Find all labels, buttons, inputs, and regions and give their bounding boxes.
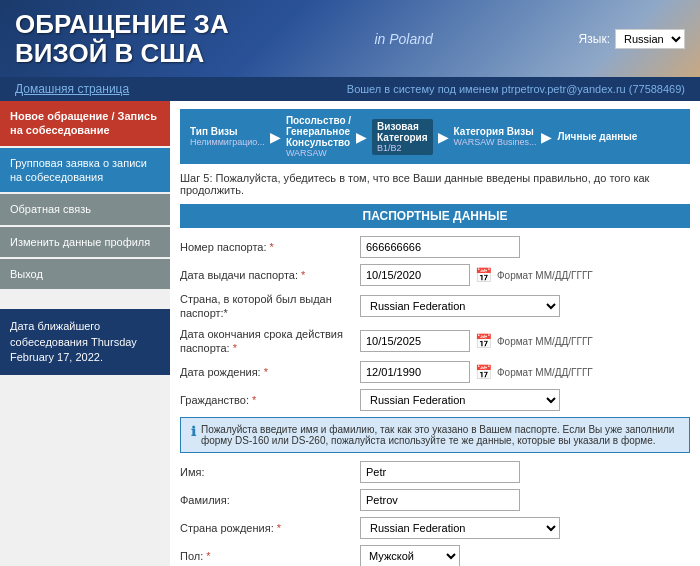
- steps-breadcrumb: Тип Визы Нелиммиграцио... ▶ Посольство /…: [180, 109, 690, 164]
- issue-date-format: Формат ММ/ДД/ГГГГ: [497, 270, 593, 281]
- expiry-date-calendar-icon[interactable]: 📅: [475, 333, 492, 349]
- logout-button[interactable]: Выход: [0, 259, 170, 289]
- passport-number-row: Номер паспорта: *: [180, 236, 690, 258]
- dob-input[interactable]: [360, 361, 470, 383]
- last-name-label: Фамилия:: [180, 493, 360, 507]
- user-prefix: Вошел в систему под именем: [347, 83, 499, 95]
- expiry-date-format: Формат ММ/ДД/ГГГГ: [497, 336, 593, 347]
- home-link[interactable]: Домашняя страница: [15, 82, 129, 96]
- country-issued-row: Страна, в которой был выдан паспорт:* Ru…: [180, 292, 690, 321]
- gender-label: Пол: *: [180, 549, 360, 563]
- passport-number-input[interactable]: [360, 236, 520, 258]
- expiry-date-label: Дата окончания срока действия паспорта: …: [180, 327, 360, 356]
- issue-date-field-group: 📅 Формат ММ/ДД/ГГГГ: [360, 264, 690, 286]
- issue-date-input[interactable]: [360, 264, 470, 286]
- step-embassy-label2: Генеральное: [286, 126, 350, 137]
- first-name-input[interactable]: [360, 461, 520, 483]
- language-selector-area: Язык: Russian English: [579, 29, 685, 49]
- first-name-row: Имя:: [180, 461, 690, 483]
- lang-label: Язык:: [579, 32, 610, 46]
- country-issued-label: Страна, в которой был выдан паспорт:*: [180, 292, 360, 321]
- language-select[interactable]: Russian English: [615, 29, 685, 49]
- gender-row: Пол: * Мужской Женский: [180, 545, 690, 566]
- step-embassy-sub: WARSAW: [286, 148, 327, 158]
- birth-country-row: Страна рождения: * Russian Federation Un…: [180, 517, 690, 539]
- step-visa-cat-sub: B1/B2: [377, 143, 402, 153]
- step-visa-category: Визовая Категория B1/B2: [372, 119, 432, 155]
- expiry-date-field-group: 📅 Формат ММ/ДД/ГГГГ: [360, 330, 690, 352]
- issue-date-label: Дата выдачи паспорта: *: [180, 268, 360, 282]
- step-visa-type-label: Тип Визы: [190, 126, 238, 137]
- step-category-visa: Категория Визы WARSAW Busines...: [454, 126, 537, 147]
- citizenship-select[interactable]: Russian Federation United States Poland: [360, 389, 560, 411]
- expiry-date-row: Дата окончания срока действия паспорта: …: [180, 327, 690, 356]
- first-name-label: Имя:: [180, 465, 360, 479]
- feedback-button[interactable]: Обратная связь: [0, 194, 170, 224]
- passport-section-title: ПАСПОРТНЫЕ ДАННЫЕ: [180, 204, 690, 228]
- step-embassy: Посольство / Генеральное Консульство WAR…: [286, 115, 351, 158]
- step-visa-cat-label2: Категория: [377, 132, 427, 143]
- step-visa-type: Тип Визы Нелиммиграцио...: [190, 126, 265, 147]
- birth-country-select[interactable]: Russian Federation United States Poland: [360, 517, 560, 539]
- main-content: Тип Визы Нелиммиграцио... ▶ Посольство /…: [170, 101, 700, 566]
- dob-row: Дата рождения: * 📅 Формат ММ/ДД/ГГГГ: [180, 361, 690, 383]
- issue-date-calendar-icon[interactable]: 📅: [475, 267, 492, 283]
- header-subtitle: in Poland: [374, 31, 432, 47]
- country-issued-select[interactable]: Russian Federation United States Poland: [360, 295, 560, 317]
- step-arrow-1: ▶: [270, 129, 281, 145]
- appointment-info: Дата ближайшего собеседования Thursday F…: [0, 309, 170, 375]
- step-embassy-label3: Консульство: [286, 137, 350, 148]
- last-name-input[interactable]: [360, 489, 520, 511]
- group-application-button[interactable]: Групповая заявка о записи на собеседован…: [0, 148, 170, 193]
- passport-form: Номер паспорта: * Дата выдачи паспорта: …: [180, 236, 690, 411]
- dob-calendar-icon[interactable]: 📅: [475, 364, 492, 380]
- step-description: Шаг 5: Пожалуйста, убедитесь в том, что …: [180, 172, 690, 196]
- step-arrow-3: ▶: [438, 129, 449, 145]
- birth-country-label: Страна рождения: *: [180, 521, 360, 535]
- step-arrow-2: ▶: [356, 129, 367, 145]
- main-layout: Новое обращение / Запись на собеседовани…: [0, 101, 700, 566]
- name-form: Имя: Фамилия: Страна рождения: * Russian…: [180, 461, 690, 566]
- step-cat-visa-sub: WARSAW Busines...: [454, 137, 537, 147]
- page-title: ОБРАЩЕНИЕ ЗА ВИЗОЙ В США: [15, 10, 229, 67]
- new-application-button[interactable]: Новое обращение / Запись на собеседовани…: [0, 101, 170, 146]
- page-header: ОБРАЩЕНИЕ ЗА ВИЗОЙ В США in Poland Язык:…: [0, 0, 700, 77]
- step-personal-label: Личные данные: [557, 131, 637, 142]
- step-embassy-label: Посольство /: [286, 115, 351, 126]
- passport-number-label: Номер паспорта: *: [180, 240, 360, 254]
- dob-field-group: 📅 Формат ММ/ДД/ГГГГ: [360, 361, 690, 383]
- passport-info-box: ℹ Пожалуйста введите имя и фамилию, так …: [180, 417, 690, 453]
- user-info: Вошел в систему под именем ptrpetrov.pet…: [347, 83, 685, 95]
- sidebar: Новое обращение / Запись на собеседовани…: [0, 101, 170, 566]
- step-visa-cat-label: Визовая: [377, 121, 419, 132]
- citizenship-label: Гражданство: *: [180, 393, 360, 407]
- last-name-row: Фамилия:: [180, 489, 690, 511]
- step-cat-visa-label: Категория Визы: [454, 126, 534, 137]
- navbar: Домашняя страница Вошел в систему под им…: [0, 77, 700, 101]
- gender-select[interactable]: Мужской Женский: [360, 545, 460, 566]
- citizenship-row: Гражданство: * Russian Federation United…: [180, 389, 690, 411]
- user-email: ptrpetrov.petr@yandex.ru (77588469): [502, 83, 685, 95]
- dob-format: Формат ММ/ДД/ГГГГ: [497, 367, 593, 378]
- dob-label: Дата рождения: *: [180, 365, 360, 379]
- expiry-date-input[interactable]: [360, 330, 470, 352]
- info-text: Пожалуйста введите имя и фамилию, так ка…: [201, 424, 679, 446]
- step-arrow-4: ▶: [541, 129, 552, 145]
- step-personal-data: Личные данные: [557, 131, 637, 142]
- info-icon: ℹ: [191, 424, 196, 439]
- step-visa-type-sub: Нелиммиграцио...: [190, 137, 265, 147]
- edit-profile-button[interactable]: Изменить данные профиля: [0, 227, 170, 257]
- issue-date-row: Дата выдачи паспорта: * 📅 Формат ММ/ДД/Г…: [180, 264, 690, 286]
